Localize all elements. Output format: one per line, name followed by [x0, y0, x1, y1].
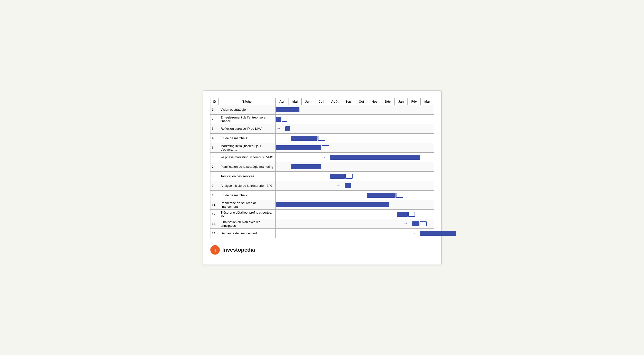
header-month-aout: Août — [328, 98, 342, 105]
task-label: Planification de la stratégie marketing — [219, 162, 276, 172]
gantt-cell-3: → — [276, 124, 434, 133]
gantt-cell-11 — [276, 200, 434, 210]
task-id: 3. — [210, 124, 219, 133]
task-id: 4. — [210, 133, 219, 143]
header-month-avr: Avr — [276, 98, 288, 105]
gantt-cell-13: → — [276, 219, 434, 228]
header-month-juil: Juil — [315, 98, 328, 105]
gantt-cell-6: → — [276, 152, 434, 162]
task-id: 2. — [210, 114, 219, 124]
table-row: 6. 2e phase marketing, y compris LVMC → — [210, 152, 434, 162]
task-id: 11. — [210, 200, 219, 210]
logo-text: Investopedia — [222, 247, 255, 253]
header-month-jan: Jan — [394, 98, 408, 105]
gantt-cell-14: → — [276, 228, 434, 238]
task-label: Finalisation du plan avec les principale… — [219, 219, 276, 228]
gantt-cell-2 — [276, 114, 434, 124]
table-row: 7. Planification de la stratégie marketi… — [210, 162, 434, 172]
header-month-sep: Sep — [342, 98, 355, 105]
header-month-mai: Mai — [288, 98, 302, 105]
task-id: 6. — [210, 152, 219, 162]
gantt-chart-card: ID Tâche Avr Mai Juin Juil Août Sep Oct … — [203, 90, 442, 265]
table-row: 1. Vision et stratégie — [210, 105, 434, 114]
task-label: Enregistrement de l'entreprise et financ… — [219, 114, 276, 124]
header-month-mar: Mar — [421, 98, 434, 105]
gantt-table: ID Tâche Avr Mai Juin Juil Août Sep Oct … — [210, 98, 434, 238]
task-id: 1. — [210, 105, 219, 114]
header-id: ID — [210, 98, 219, 105]
task-id: 10. — [210, 190, 219, 200]
table-row: 3. Réflexion adresse IP de LIMA → — [210, 124, 434, 133]
task-label: 2e phase marketing, y compris LVMC — [219, 152, 276, 162]
gantt-cell-8: → — [276, 172, 434, 181]
header-month-juin: Juin — [302, 98, 315, 105]
task-label: Étude de marché 1 — [219, 133, 276, 143]
header-month-nov: Nov — [368, 98, 381, 105]
task-label: Vision et stratégie — [219, 105, 276, 114]
task-id: 13. — [210, 219, 219, 228]
task-label: Marketing initial jusqu'au jour d'ouvert… — [219, 143, 276, 152]
table-row: 11. Recherche de sources de financement — [210, 200, 434, 210]
task-id: 8. — [210, 172, 219, 181]
table-row: 14. Demande de financement → — [210, 228, 434, 238]
task-id: 14. — [210, 228, 219, 238]
table-row: 8. Tarification des services → — [210, 172, 434, 181]
task-id: 5. — [210, 143, 219, 152]
task-label: Recherche de sources de financement — [219, 200, 276, 210]
task-label: Étude de marché 2 — [219, 190, 276, 200]
task-label: Trésorerie détaillée, profits et pertes,… — [219, 210, 276, 219]
task-label: Réflexion adresse IP de LIMA — [219, 124, 276, 133]
table-row: 9. Analyse initiale de la trésorerie - B… — [210, 181, 434, 190]
task-label: Tarification des services — [219, 172, 276, 181]
table-row: 2. Enregistrement de l'entreprise et fin… — [210, 114, 434, 124]
gantt-cell-4 — [276, 133, 434, 143]
svg-text:i: i — [214, 247, 216, 253]
gantt-cell-12: → — [276, 210, 434, 219]
task-id: 9. — [210, 181, 219, 190]
investopedia-icon: i — [210, 245, 220, 255]
gantt-cell-7 — [276, 162, 434, 172]
header-month-fev: Fév — [408, 98, 421, 105]
table-row: 5. Marketing initial jusqu'au jour d'ouv… — [210, 143, 434, 152]
gantt-cell-1 — [276, 105, 434, 114]
task-id: 12. — [210, 210, 219, 219]
header-month-oct: Oct — [355, 98, 368, 105]
header-month-dec: Déc — [381, 98, 394, 105]
table-row: 10. Étude de marché 2 — [210, 190, 434, 200]
task-label: Analyse initiale de la trésorerie - BP1 — [219, 181, 276, 190]
task-id: 7. — [210, 162, 219, 172]
logo-area: i Investopedia — [210, 245, 434, 255]
table-row: 13. Finalisation du plan avec les princi… — [210, 219, 434, 228]
table-row: 4. Étude de marché 1 — [210, 133, 434, 143]
table-row: 12. Trésorerie détaillée, profits et per… — [210, 210, 434, 219]
gantt-cell-10 — [276, 190, 434, 200]
header-task: Tâche — [219, 98, 276, 105]
gantt-cell-9: → — [276, 181, 434, 190]
gantt-cell-5 — [276, 143, 434, 152]
task-label: Demande de financement — [219, 228, 276, 238]
